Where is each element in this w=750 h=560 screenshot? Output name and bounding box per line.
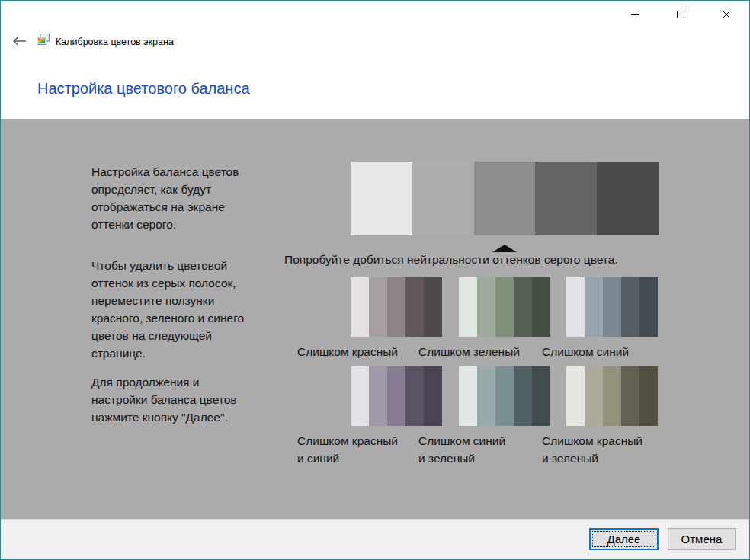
swatch-stripe bbox=[369, 277, 387, 337]
swatch-label-too-blue: Слишком синий bbox=[542, 343, 629, 360]
content-area: Настройка баланса цветов определяет, как… bbox=[1, 119, 749, 519]
minimize-button[interactable] bbox=[612, 1, 658, 28]
up-pointer-icon bbox=[492, 245, 517, 252]
swatch-group-too-red-green bbox=[566, 366, 658, 426]
swatch-stripe bbox=[566, 277, 585, 337]
swatch-stripe bbox=[477, 277, 495, 337]
neutrality-caption: Попробуйте добиться нейтральности оттенк… bbox=[284, 253, 618, 267]
swatch-label-too-red: Слишком красный bbox=[297, 343, 398, 360]
swatch-group-too-blue bbox=[566, 277, 658, 337]
swatch-label-too-green: Слишком зеленый bbox=[418, 343, 520, 360]
swatch-label-too-blue-green: Слишком синий и зеленый bbox=[418, 432, 505, 467]
swatch-stripe bbox=[405, 366, 424, 426]
swatch-stripe bbox=[585, 366, 603, 426]
grayscale-segment bbox=[351, 162, 412, 235]
swatch-stripe bbox=[387, 277, 405, 337]
grayscale-segment bbox=[535, 162, 597, 235]
window-controls bbox=[612, 1, 749, 28]
swatch-stripe bbox=[639, 366, 658, 426]
instruction-paragraph-3: Для продолжения и настройки баланса цвет… bbox=[91, 373, 293, 426]
swatch-stripe bbox=[369, 366, 387, 426]
back-button[interactable] bbox=[8, 31, 30, 51]
close-icon bbox=[722, 10, 731, 19]
swatch-stripe bbox=[566, 366, 585, 426]
swatch-group-too-green bbox=[459, 277, 550, 337]
swatch-stripe bbox=[495, 277, 514, 337]
swatch-stripe bbox=[351, 366, 369, 426]
swatch-stripe bbox=[585, 277, 603, 337]
display-color-calibration-window: Калибровка цветов экрана Настройка цвето… bbox=[0, 0, 750, 560]
swatch-stripe bbox=[514, 366, 532, 426]
swatch-label-too-red-green: Слишком красный и зеленый bbox=[542, 432, 643, 467]
swatch-stripe bbox=[532, 277, 550, 337]
swatch-stripe bbox=[459, 277, 477, 337]
swatch-stripe bbox=[495, 366, 514, 426]
swatch-stripe bbox=[603, 366, 621, 426]
app-title: Калибровка цветов экрана bbox=[56, 37, 174, 47]
swatch-stripe bbox=[405, 277, 424, 337]
maximize-button[interactable] bbox=[658, 1, 704, 28]
swatch-stripe bbox=[424, 366, 442, 426]
display-calibration-icon bbox=[37, 34, 50, 46]
footer-bar: Далее Отмена bbox=[1, 519, 749, 559]
swatch-group-too-blue-green bbox=[459, 366, 550, 426]
swatch-stripe bbox=[514, 277, 532, 337]
grayscale-segment bbox=[412, 162, 474, 235]
wizard-header: Калибровка цветов экрана bbox=[1, 28, 749, 56]
swatch-stripe bbox=[621, 366, 639, 426]
swatch-stripe bbox=[603, 277, 621, 337]
close-button[interactable] bbox=[704, 1, 749, 28]
grayscale-segment bbox=[474, 162, 536, 235]
maximize-icon bbox=[677, 11, 684, 18]
swatch-group-too-red-blue bbox=[351, 366, 442, 426]
minimize-icon bbox=[631, 14, 639, 15]
page-title: Настройка цветового баланса bbox=[37, 80, 250, 98]
instruction-paragraph-2: Чтобы удалить цветовой оттенок из серых … bbox=[91, 257, 293, 362]
swatch-stripe bbox=[477, 366, 495, 426]
swatch-stripe bbox=[351, 277, 369, 337]
swatch-stripe bbox=[621, 277, 639, 337]
grayscale-bar bbox=[351, 162, 659, 235]
arrow-left-icon bbox=[12, 36, 27, 46]
next-button[interactable]: Далее bbox=[589, 528, 659, 550]
swatch-stripe bbox=[424, 277, 442, 337]
grayscale-segment bbox=[597, 162, 659, 235]
swatch-label-too-red-blue: Слишком красный и синий bbox=[297, 432, 398, 467]
swatch-stripe bbox=[459, 366, 477, 426]
swatch-group-too-red bbox=[351, 277, 442, 337]
swatch-stripe bbox=[639, 277, 658, 337]
cancel-button[interactable]: Отмена bbox=[668, 528, 736, 550]
titlebar bbox=[1, 1, 749, 28]
swatch-stripe bbox=[532, 366, 550, 426]
instruction-paragraph-1: Настройка баланса цветов определяет, как… bbox=[91, 163, 293, 233]
swatch-stripe bbox=[387, 366, 405, 426]
